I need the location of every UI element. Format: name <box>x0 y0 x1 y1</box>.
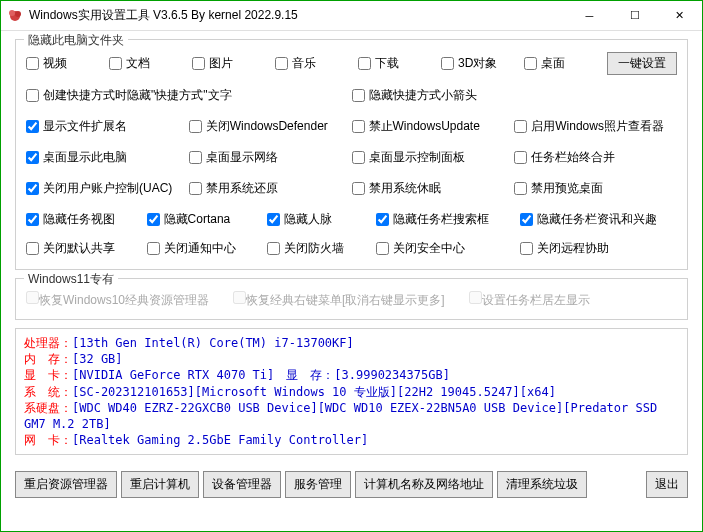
opt-hide-arrow[interactable]: 隐藏快捷方式小箭头 <box>352 87 678 104</box>
chk-hide-arrow[interactable] <box>352 89 365 102</box>
opt-hide-news[interactable]: 隐藏任务栏资讯和兴趣 <box>520 211 677 228</box>
chk-show-network[interactable] <box>189 151 202 164</box>
chk-hide-cortana[interactable] <box>147 213 160 226</box>
opt-disable-update[interactable]: 禁止WindowsUpdate <box>352 118 515 135</box>
mem-label: 内 存： <box>24 352 72 366</box>
chk-folder-3[interactable] <box>275 57 288 70</box>
net-label: 网 卡： <box>24 433 72 447</box>
gpu-value: [NVIDIA GeForce RTX 4070 Ti] 显 存：[3.9990… <box>72 368 450 382</box>
chk-folder-4[interactable] <box>358 57 371 70</box>
opt-restore-explorer: 恢复Windows10经典资源管理器 <box>26 291 209 309</box>
cpu-value: [13th Gen Intel(R) Core(TM) i7-13700KF] <box>72 336 354 350</box>
service-mgr-button[interactable]: 服务管理 <box>285 471 351 498</box>
gpu-label: 显 卡： <box>24 368 72 382</box>
system-info: 处理器：[13th Gen Intel(R) Core(TM) i7-13700… <box>15 328 688 455</box>
window-title: Windows实用设置工具 V3.6.5 By kernel 2022.9.15 <box>29 7 298 24</box>
opt-close-share[interactable]: 关闭默认共享 <box>26 240 135 257</box>
opt-show-control[interactable]: 桌面显示控制面板 <box>352 149 515 166</box>
exit-button[interactable]: 退出 <box>646 471 688 498</box>
opt-hide-people[interactable]: 隐藏人脉 <box>267 211 364 228</box>
opt-hide-cortana[interactable]: 隐藏Cortana <box>147 211 256 228</box>
chk-hide-people[interactable] <box>267 213 280 226</box>
chk-restore-menu <box>233 291 246 304</box>
chk-show-ext[interactable] <box>26 120 39 133</box>
opt-close-firewall[interactable]: 关闭防火墙 <box>267 240 364 257</box>
opt-disable-preview[interactable]: 禁用预览桌面 <box>514 180 677 197</box>
folder-5[interactable]: 3D对象 <box>441 55 524 72</box>
minimize-button[interactable]: ─ <box>567 1 612 30</box>
opt-show-thispc[interactable]: 桌面显示此电脑 <box>26 149 189 166</box>
pc-name-button[interactable]: 计算机名称及网络地址 <box>355 471 493 498</box>
opt-create-shortcut[interactable]: 创建快捷方式时隐藏"快捷方式"文字 <box>26 87 352 104</box>
chk-folder-6[interactable] <box>524 57 537 70</box>
chk-close-defender[interactable] <box>189 120 202 133</box>
app-icon <box>7 8 23 24</box>
folder-6[interactable]: 桌面 <box>524 55 607 72</box>
opt-enable-photo[interactable]: 启用Windows照片查看器 <box>514 118 677 135</box>
chk-show-control[interactable] <box>352 151 365 164</box>
chk-close-remote[interactable] <box>520 242 533 255</box>
opt-show-network[interactable]: 桌面显示网络 <box>189 149 352 166</box>
chk-hide-news[interactable] <box>520 213 533 226</box>
restart-pc-button[interactable]: 重启计算机 <box>121 471 199 498</box>
chk-disable-sleep[interactable] <box>352 182 365 195</box>
opt-show-ext[interactable]: 显示文件扩展名 <box>26 118 189 135</box>
chk-close-notify[interactable] <box>147 242 160 255</box>
hdd-value: [WDC WD40 EZRZ-22GXCB0 USB Device][WDC W… <box>24 401 657 431</box>
cpu-label: 处理器： <box>24 336 72 350</box>
maximize-button[interactable]: ☐ <box>612 1 657 30</box>
opt-close-uac[interactable]: 关闭用户账户控制(UAC) <box>26 180 189 197</box>
chk-folder-5[interactable] <box>441 57 454 70</box>
device-mgr-button[interactable]: 设备管理器 <box>203 471 281 498</box>
chk-hide-taskview[interactable] <box>26 213 39 226</box>
sys-label: 系 统： <box>24 385 72 399</box>
chk-create-shortcut[interactable] <box>26 89 39 102</box>
mem-value: [32 GB] <box>72 352 123 366</box>
opt-hide-taskview[interactable]: 隐藏任务视图 <box>26 211 135 228</box>
group-title-hide-folders: 隐藏此电脑文件夹 <box>24 32 128 49</box>
chk-show-thispc[interactable] <box>26 151 39 164</box>
chk-no-combine[interactable] <box>514 151 527 164</box>
chk-disable-preview[interactable] <box>514 182 527 195</box>
one-key-button[interactable]: 一键设置 <box>607 52 677 75</box>
folder-4[interactable]: 下载 <box>358 55 441 72</box>
svg-point-1 <box>9 10 15 16</box>
chk-close-share[interactable] <box>26 242 39 255</box>
chk-folder-0[interactable] <box>26 57 39 70</box>
hide-folders-group: 隐藏此电脑文件夹 视频文档图片音乐下载3D对象桌面一键设置 创建快捷方式时隐藏"… <box>15 39 688 270</box>
chk-close-security[interactable] <box>376 242 389 255</box>
group-title-win11: Windows11专有 <box>24 271 118 288</box>
chk-disable-update[interactable] <box>352 120 365 133</box>
folder-3[interactable]: 音乐 <box>275 55 358 72</box>
folder-1[interactable]: 文档 <box>109 55 192 72</box>
opt-close-notify[interactable]: 关闭通知中心 <box>147 240 256 257</box>
chk-hide-search[interactable] <box>376 213 389 226</box>
opt-close-defender[interactable]: 关闭WindowsDefender <box>189 118 352 135</box>
chk-close-uac[interactable] <box>26 182 39 195</box>
opt-restore-menu: 恢复经典右键菜单[取消右键显示更多] <box>233 291 445 309</box>
sys-value: [SC-202312101653][Microsoft Windows 10 专… <box>72 385 556 399</box>
chk-close-firewall[interactable] <box>267 242 280 255</box>
chk-folder-1[interactable] <box>109 57 122 70</box>
hdd-label: 系硬盘： <box>24 401 72 415</box>
chk-restore-explorer <box>26 291 39 304</box>
win11-group: Windows11专有 恢复Windows10经典资源管理器 恢复经典右键菜单[… <box>15 278 688 320</box>
opt-no-combine[interactable]: 任务栏始终合并 <box>514 149 677 166</box>
chk-enable-photo[interactable] <box>514 120 527 133</box>
opt-close-security[interactable]: 关闭安全中心 <box>376 240 509 257</box>
restart-explorer-button[interactable]: 重启资源管理器 <box>15 471 117 498</box>
clean-trash-button[interactable]: 清理系统垃圾 <box>497 471 587 498</box>
net-value: [Realtek Gaming 2.5GbE Family Controller… <box>72 433 368 447</box>
folder-0[interactable]: 视频 <box>26 55 109 72</box>
opt-disable-sleep[interactable]: 禁用系统休眠 <box>352 180 515 197</box>
opt-disable-restore[interactable]: 禁用系统还原 <box>189 180 352 197</box>
folder-2[interactable]: 图片 <box>192 55 275 72</box>
chk-folder-2[interactable] <box>192 57 205 70</box>
close-button[interactable]: ✕ <box>657 1 702 30</box>
opt-hide-search[interactable]: 隐藏任务栏搜索框 <box>376 211 509 228</box>
chk-disable-restore[interactable] <box>189 182 202 195</box>
titlebar: Windows实用设置工具 V3.6.5 By kernel 2022.9.15… <box>1 1 702 31</box>
opt-close-remote[interactable]: 关闭远程协助 <box>520 240 677 257</box>
svg-point-2 <box>15 11 21 17</box>
opt-taskbar-left: 设置任务栏居左显示 <box>469 291 590 309</box>
